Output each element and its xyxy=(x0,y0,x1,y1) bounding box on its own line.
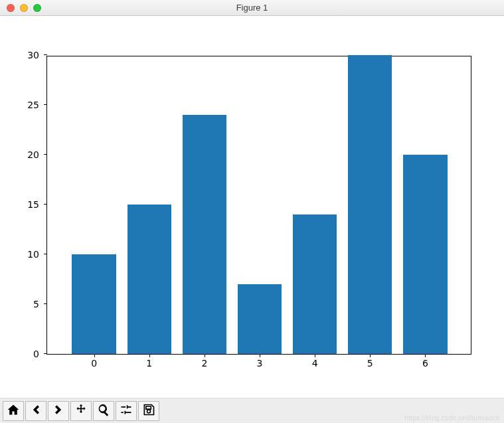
x-tick-label: 2 xyxy=(201,358,207,369)
arrow-left-icon xyxy=(29,403,42,419)
bar xyxy=(238,284,282,354)
bar xyxy=(403,155,447,354)
zoom-button[interactable] xyxy=(93,401,114,421)
sliders-icon xyxy=(120,403,133,419)
close-icon[interactable] xyxy=(7,4,15,12)
y-tick-mark xyxy=(44,303,47,304)
titlebar: Figure 1 xyxy=(0,0,504,16)
y-tick-label: 0 xyxy=(33,349,39,359)
plot-axes: 0123456051015202530 xyxy=(46,56,471,355)
x-tick-label: 3 xyxy=(257,358,263,369)
bar xyxy=(348,55,392,354)
y-tick-label: 20 xyxy=(27,149,39,160)
back-button[interactable] xyxy=(25,401,46,421)
y-tick-mark xyxy=(44,204,47,205)
x-tick-label: 0 xyxy=(91,358,97,369)
watermark: https://blog.csdn.net/liumiaoch xyxy=(404,414,500,422)
y-tick-label: 30 xyxy=(27,50,39,60)
x-tick-label: 6 xyxy=(422,358,428,369)
search-icon xyxy=(97,403,110,419)
bar xyxy=(127,205,171,354)
move-icon xyxy=(74,403,88,419)
configure-button[interactable] xyxy=(116,401,137,421)
bar xyxy=(72,254,116,354)
home-icon xyxy=(7,403,20,419)
bar xyxy=(183,115,226,354)
y-tick-mark xyxy=(44,104,47,105)
x-tick-label: 4 xyxy=(312,358,318,369)
forward-button[interactable] xyxy=(48,401,69,421)
y-tick-mark xyxy=(44,353,47,354)
home-button[interactable] xyxy=(3,401,24,421)
save-icon xyxy=(142,403,155,419)
y-tick-label: 10 xyxy=(27,249,39,260)
y-tick-mark xyxy=(44,54,47,55)
x-tick-label: 1 xyxy=(146,358,152,369)
x-tick-mark xyxy=(425,354,426,357)
maximize-icon[interactable] xyxy=(33,4,41,12)
y-tick-label: 15 xyxy=(27,199,39,210)
x-tick-mark xyxy=(94,354,95,357)
x-tick-mark xyxy=(370,354,371,357)
y-tick-label: 25 xyxy=(27,100,39,110)
y-tick-label: 5 xyxy=(33,299,39,309)
y-tick-mark xyxy=(44,254,47,254)
x-tick-mark xyxy=(205,354,205,357)
arrow-right-icon xyxy=(52,403,65,419)
bar xyxy=(293,214,337,354)
window-controls xyxy=(0,4,41,12)
figure-canvas: 0123456051015202530 xyxy=(0,16,504,398)
x-tick-mark xyxy=(149,354,150,357)
x-tick-mark xyxy=(315,354,315,357)
x-tick-mark xyxy=(260,354,260,357)
window-title: Figure 1 xyxy=(0,3,504,13)
minimize-icon[interactable] xyxy=(20,4,28,12)
y-tick-mark xyxy=(44,154,47,155)
toolbar: https://blog.csdn.net/liumiaoch xyxy=(0,398,504,423)
pan-button[interactable] xyxy=(70,401,92,421)
x-tick-label: 5 xyxy=(367,358,373,369)
save-button[interactable] xyxy=(138,401,159,421)
